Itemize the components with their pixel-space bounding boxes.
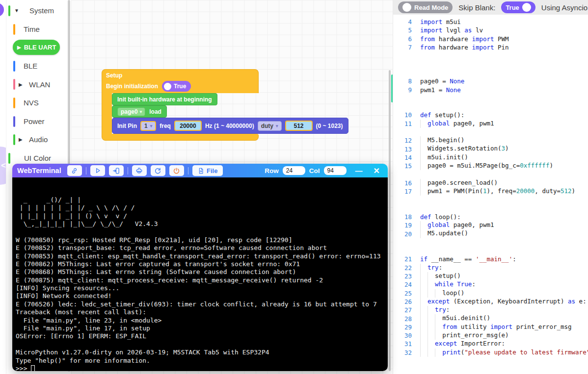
- terminal-line: E (700862) M5Things: Last error captured…: [16, 260, 388, 268]
- code-text: from hardware import PWM: [420, 35, 509, 43]
- line-number: 19: [393, 222, 412, 229]
- code-text: import lvgl as lv: [420, 26, 483, 34]
- power-icon: [172, 167, 181, 175]
- code-text: loop(): [420, 289, 464, 298]
- indent-guide: [420, 349, 428, 357]
- indent-guide: [435, 349, 442, 357]
- line-number: 12: [393, 137, 412, 144]
- code-token: import: [472, 35, 494, 43]
- code-token: :: [439, 264, 443, 271]
- code-line-23: 23 setup(): [393, 272, 588, 280]
- sidebar-item-power[interactable]: Power: [6, 112, 68, 131]
- page-dropdown[interactable]: page0 ▾: [117, 107, 145, 116]
- code-token: setup(): [435, 272, 461, 279]
- code-token: print_error_msg(e): [442, 331, 508, 339]
- code-token: loop():: [431, 213, 461, 221]
- indent-guide: [435, 314, 442, 323]
- code-line-16: 16 page0.screen_load(): [393, 179, 588, 187]
- sidebar-item-nvs[interactable]: NVS: [6, 94, 68, 112]
- code-token: ): [549, 162, 553, 169]
- code-token: def: [420, 111, 431, 119]
- code-token: __name__ ==: [428, 255, 476, 263]
- terminal-line: E (700868) M5Things: Last errno string (…: [16, 268, 388, 276]
- run-button[interactable]: [90, 165, 105, 176]
- code-token: m5ui.deinit(): [442, 314, 490, 322]
- code-line-25: 25 loop(): [393, 289, 588, 298]
- sidebar-item-ble-uart[interactable]: ▶BLE UART: [6, 38, 68, 57]
- indent-guide: [420, 340, 428, 348]
- code-token: Pin: [494, 44, 509, 51]
- power-button[interactable]: [169, 165, 184, 176]
- connect-button[interactable]: [67, 165, 82, 176]
- load-label: load: [149, 108, 161, 115]
- code-text: try:: [420, 264, 442, 272]
- code-blank-line: [393, 60, 588, 68]
- sidebar-item-system[interactable]: ▼System: [6, 1, 68, 20]
- block-init-hardware[interactable]: Init built-in hardware at beginning: [112, 93, 217, 105]
- file-button[interactable]: File: [192, 165, 223, 176]
- block-setup-title: Setup: [106, 72, 254, 79]
- indent-guide: [420, 229, 428, 238]
- clear-terminal-button[interactable]: [132, 165, 147, 176]
- code-blank-line: [393, 51, 588, 60]
- row-input[interactable]: [283, 166, 305, 175]
- terminal-output[interactable]: _ _()/ _| | | | | | | | _| |/ _ \ \ /\ /…: [12, 177, 388, 371]
- line-number: 17: [393, 188, 412, 195]
- minimize-button[interactable]: —: [355, 167, 363, 175]
- code-text: def setup():: [420, 111, 464, 119]
- terminal-line: Type "help()" for more information.: [16, 357, 388, 365]
- code-line-4: 4import m5ui: [393, 18, 588, 26]
- code-text: m5ui.init(): [420, 153, 468, 162]
- sidebar-item-audio[interactable]: ▶Audio: [6, 130, 68, 149]
- code-token: except: [428, 298, 450, 305]
- read-mode-toggle[interactable]: Read Mode: [398, 1, 453, 13]
- block-setup[interactable]: Setup Begin initialization True: [102, 69, 259, 93]
- sidebar-item-label: Time: [24, 25, 40, 33]
- code-token: except: [435, 340, 457, 347]
- code-token: as: [568, 298, 575, 305]
- block-init-pin[interactable]: Init Pin 1 ▾ freq 20000 Hz (1 ~ 40000000…: [112, 118, 348, 134]
- code-line-20: 20 M5.update(): [393, 229, 588, 238]
- code-lines[interactable]: 4import m5ui5import lvgl as lv6from hard…: [393, 18, 588, 357]
- pin-dropdown[interactable]: 1 ▾: [140, 121, 156, 131]
- code-line-14: 14 m5ui.init(): [393, 153, 588, 162]
- code-text: except ImportError:: [420, 340, 505, 348]
- read-mode-label: Read Mode: [414, 4, 448, 11]
- category-color-bar: [8, 153, 10, 164]
- begin-init-value: True: [174, 83, 186, 90]
- sidebar-item-ble[interactable]: BLE: [6, 57, 68, 75]
- indent-guide: [420, 120, 428, 128]
- duty-input[interactable]: 512: [285, 121, 313, 131]
- code-token: as: [464, 26, 472, 34]
- code-token: try: [435, 306, 446, 313]
- freq-input[interactable]: 20000: [174, 121, 202, 131]
- code-token: page0, pwm1: [450, 221, 494, 228]
- code-token: from: [442, 323, 457, 330]
- close-button[interactable]: ✕: [374, 166, 380, 175]
- skip-blank-toggle[interactable]: True: [501, 1, 535, 13]
- indent-guide: [428, 314, 435, 323]
- terminal-line: _ _()/ _| |: [16, 196, 388, 204]
- duty-dropdown[interactable]: duty ▾: [258, 121, 282, 131]
- line-number: 22: [393, 264, 412, 272]
- code-panel: Read Mode Skip Blank: True Using Asyncio…: [393, 0, 588, 374]
- code-text: from utility import print_error_msg: [420, 323, 572, 331]
- workspace-scrollbar[interactable]: [389, 70, 391, 371]
- sidebar-item-wlan[interactable]: ▶WLAN: [6, 75, 68, 94]
- code-token: from: [420, 35, 435, 43]
- block-page-load[interactable]: page0 ▾ load: [112, 105, 167, 118]
- indent-guide: [428, 306, 435, 314]
- begin-init-toggle[interactable]: True: [162, 81, 191, 92]
- code-line-11: 11 global page0, pwm1: [393, 120, 588, 128]
- terminal-line: [INFO] Syncing resources...: [16, 284, 388, 292]
- indent-guide: [420, 280, 428, 289]
- terminal-line: OSError: [Errno 1] EPERM: ESP_FAIL: [16, 332, 388, 340]
- restart-button[interactable]: [151, 165, 165, 176]
- sidebar-item-time[interactable]: Time: [6, 20, 68, 39]
- line-number: 14: [393, 154, 412, 161]
- webterminal-titlebar[interactable]: WebTerminal: [12, 164, 388, 177]
- code-token: Widgets.setRotation(: [428, 145, 502, 152]
- col-input[interactable]: [324, 166, 347, 175]
- download-to-device-button[interactable]: [109, 165, 124, 176]
- line-number: 25: [393, 290, 412, 297]
